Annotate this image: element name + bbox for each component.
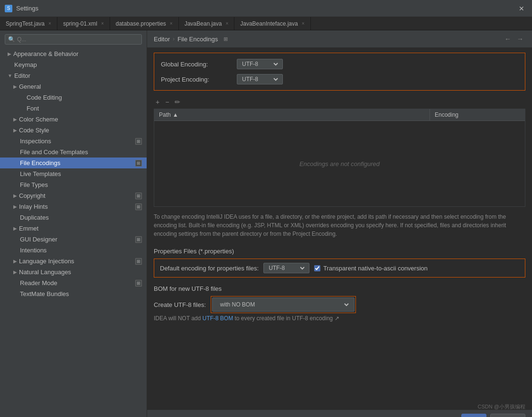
tab-spring01[interactable]: spring-01.xml× — [57, 17, 110, 30]
default-encoding-select[interactable]: UTF-8 UTF-16 ISO-8859-1 ASCII — [263, 263, 309, 273]
project-encoding-row: Project Encoding: UTF-8 UTF-16 ISO-8859-… — [161, 74, 518, 84]
bom-row: Create UTF-8 files: with NO BOM with BOM… — [154, 296, 525, 313]
ok-button[interactable]: OK — [461, 414, 486, 417]
sidebar-item-keymap[interactable]: Keymap — [0, 59, 147, 70]
expand-arrow: ▶ — [13, 128, 17, 133]
breadcrumb-parent[interactable]: Editor — [154, 36, 170, 43]
sidebar-item-file-types[interactable]: File Types — [0, 179, 147, 190]
sidebar-item-emmet[interactable]: ▶Emmet — [0, 223, 147, 234]
tab-label: database.properties — [116, 20, 166, 27]
sidebar-item-appearance-behavior[interactable]: ▶Appearance & Behavior — [0, 48, 147, 59]
sidebar-item-file-encodings[interactable]: File Encodings⊞ — [0, 158, 147, 168]
sidebar-item-color-scheme[interactable]: ▶Color Scheme — [0, 114, 147, 125]
default-encoding-row: Default encoding for properties files: U… — [160, 263, 519, 273]
indicator-icon: ⊞ — [135, 193, 142, 199]
cancel-button[interactable]: Cancel — [490, 414, 525, 417]
tab-label: JavaBean.java — [185, 20, 222, 27]
sidebar-item-live-templates[interactable]: Live Templates — [0, 168, 147, 179]
project-encoding-label: Project Encoding: — [161, 76, 232, 83]
bom-create-label: Create UTF-8 files: — [154, 301, 206, 308]
default-encoding-dropdown[interactable]: UTF-8 UTF-16 ISO-8859-1 ASCII — [267, 264, 306, 272]
bom-select[interactable]: with NO BOM with BOM with BOM (auto-dete… — [212, 297, 355, 312]
sidebar-item-language-injections[interactable]: ▶Language Injections⊞ — [0, 256, 147, 267]
project-encoding-select[interactable]: UTF-8 UTF-16 ISO-8859-1 ASCII — [237, 74, 283, 84]
project-encoding-dropdown[interactable]: UTF-8 UTF-16 ISO-8859-1 ASCII — [240, 75, 280, 83]
tab-javabeaninterface[interactable]: JavaBeanInteface.java× — [234, 17, 310, 30]
bom-note: IDEA will NOT add UTF-8 BOM to every cre… — [154, 315, 525, 322]
sidebar-item-code-editing[interactable]: Code Editing — [0, 92, 147, 103]
sidebar-item-label: Language Injections — [19, 258, 74, 265]
encoding-column-header[interactable]: Encoding — [430, 109, 525, 120]
tab-close-icon[interactable]: × — [170, 21, 173, 26]
title-bar: S Settings ✕ — [0, 0, 532, 17]
expand-arrow: ▶ — [13, 259, 17, 264]
properties-section: Default encoding for properties files: U… — [154, 259, 525, 278]
sidebar-item-label: General — [19, 83, 41, 90]
indicator-icon: ⊞ — [135, 258, 142, 265]
sidebar-item-label: Inspections — [20, 138, 51, 145]
sidebar-item-textmate-bundles[interactable]: TextMate Bundles — [0, 288, 147, 299]
expand-arrow: ▶ — [13, 204, 17, 209]
nav-forward-button[interactable]: → — [515, 34, 525, 44]
sidebar-item-editor[interactable]: ▼Editor — [0, 70, 147, 81]
close-button[interactable]: ✕ — [516, 4, 527, 13]
sidebar-item-natural-languages[interactable]: ▶Natural Languages — [0, 267, 147, 278]
path-column-header[interactable]: Path ▲ — [154, 109, 430, 120]
tab-close-icon[interactable]: × — [101, 21, 104, 26]
nav-back-button[interactable]: ← — [503, 34, 513, 44]
search-box[interactable]: 🔍 — [5, 34, 142, 45]
tab-label: JavaBeanInteface.java — [240, 20, 298, 27]
sidebar-item-duplicates[interactable]: Duplicates — [0, 212, 147, 223]
indicator-icon: ⊞ — [135, 138, 142, 145]
bottom-help: ? — [0, 413, 147, 417]
tab-label: spring-01.xml — [63, 20, 97, 27]
tab-dbprops[interactable]: database.properties× — [110, 17, 179, 30]
sidebar-item-intentions[interactable]: Intentions — [0, 245, 147, 256]
sidebar-item-inlay-hints[interactable]: ▶Inlay Hints⊞ — [0, 201, 147, 212]
expand-arrow: ▶ — [13, 117, 17, 122]
path-toolbar: + − ✏ — [147, 95, 532, 109]
content-area: Global Encoding: UTF-8 UTF-16 ISO-8859-1… — [147, 48, 532, 409]
table-body: Encodings are not configured — [154, 121, 525, 206]
indicator-icon: ⊞ — [135, 236, 142, 243]
global-encoding-select[interactable]: UTF-8 UTF-16 ISO-8859-1 ASCII — [237, 59, 283, 69]
global-encoding-label: Global Encoding: — [161, 61, 232, 68]
sidebar-item-label: Inlay Hints — [19, 203, 48, 210]
bom-note-link[interactable]: UTF-8 BOM — [202, 315, 233, 322]
sidebar-item-label: Appearance & Behavior — [13, 50, 78, 57]
tab-close-icon[interactable]: × — [302, 21, 305, 26]
sidebar-item-code-style[interactable]: ▶Code Style — [0, 125, 147, 136]
sidebar: 🔍 ▶Appearance & BehaviorKeymap▼Editor▶Ge… — [0, 30, 147, 417]
main-content: Editor › File Encodings ⊞ ← → Global Enc… — [147, 30, 532, 417]
edit-path-button[interactable]: ✏ — [173, 97, 182, 107]
dialog-body: 🔍 ▶Appearance & BehaviorKeymap▼Editor▶Ge… — [0, 30, 532, 417]
sidebar-item-file-and-code-templates[interactable]: File and Code Templates — [0, 147, 147, 158]
tab-close-icon[interactable]: × — [48, 21, 51, 26]
sidebar-item-label: Live Templates — [20, 170, 61, 177]
indicator-icon: ⊞ — [135, 280, 142, 287]
tab-javabean[interactable]: JavaBean.java× — [179, 17, 235, 30]
empty-table-message: Encodings are not configured — [299, 160, 380, 167]
search-icon: 🔍 — [8, 36, 15, 43]
sidebar-item-font[interactable]: Font — [0, 103, 147, 114]
sidebar-item-reader-mode[interactable]: Reader Mode⊞ — [0, 278, 147, 288]
search-input[interactable] — [17, 36, 139, 43]
bom-dropdown[interactable]: with NO BOM with BOM with BOM (auto-dete… — [216, 300, 350, 309]
add-path-button[interactable]: + — [154, 97, 161, 107]
sidebar-item-label: Intentions — [20, 247, 47, 254]
sidebar-item-label: File Encodings — [20, 159, 60, 167]
tab-springtest[interactable]: SpringTest.java× — [0, 17, 57, 30]
sidebar-item-general[interactable]: ▶General — [0, 81, 147, 92]
remove-path-button[interactable]: − — [163, 97, 171, 107]
global-encoding-row: Global Encoding: UTF-8 UTF-16 ISO-8859-1… — [161, 59, 518, 69]
tab-close-icon[interactable]: × — [225, 21, 228, 26]
sidebar-item-copyright[interactable]: ▶Copyright⊞ — [0, 190, 147, 201]
transparent-conversion-checkbox[interactable] — [314, 265, 320, 271]
sidebar-item-label: TextMate Bundles — [20, 290, 69, 297]
bom-section-label: BOM for new UTF-8 files — [147, 281, 532, 294]
sidebar-item-gui-designer[interactable]: GUI Designer⊞ — [0, 234, 147, 245]
sidebar-item-inspections[interactable]: Inspections⊞ — [0, 136, 147, 147]
breadcrumb: Editor › File Encodings ⊞ ← → — [147, 30, 532, 48]
info-text: To change encoding IntelliJ IDEA uses fo… — [154, 213, 525, 238]
global-encoding-dropdown[interactable]: UTF-8 UTF-16 ISO-8859-1 ASCII — [240, 60, 280, 68]
